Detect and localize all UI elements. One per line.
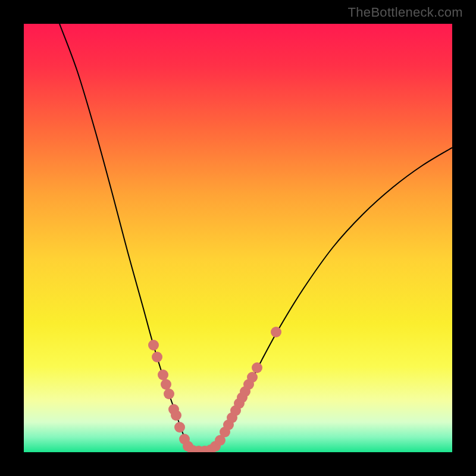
- plot-area: [24, 24, 452, 452]
- bottleneck-curve: [60, 24, 452, 452]
- highlight-dot: [161, 379, 171, 390]
- highlight-dot: [152, 352, 162, 362]
- highlight-dot: [164, 389, 174, 399]
- highlight-dots: [148, 327, 281, 452]
- highlight-dot: [148, 340, 159, 350]
- highlight-dot: [252, 362, 262, 373]
- highlight-dot: [174, 422, 185, 433]
- chart-frame: TheBottleneck.com: [0, 0, 476, 476]
- highlight-dot: [158, 369, 168, 380]
- highlight-dot: [171, 410, 181, 421]
- curve-layer: [24, 24, 452, 452]
- highlight-dot: [247, 372, 258, 383]
- watermark-text: TheBottleneck.com: [348, 5, 463, 20]
- highlight-dot: [271, 327, 281, 337]
